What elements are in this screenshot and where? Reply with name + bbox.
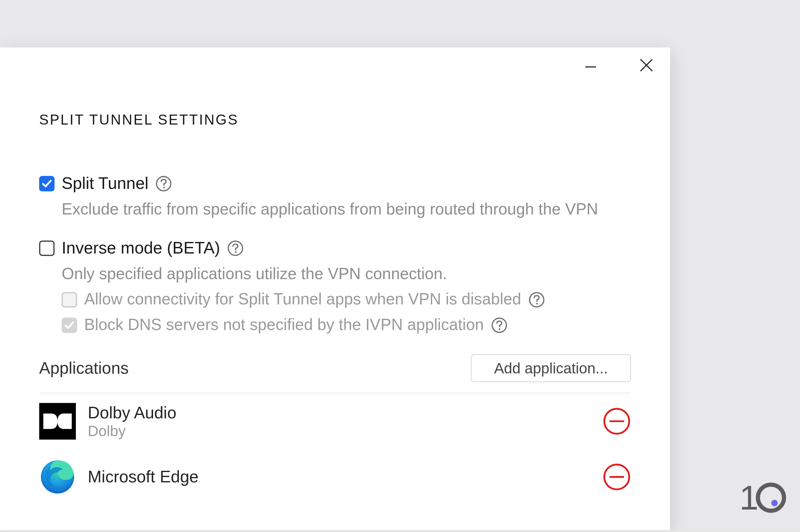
help-icon[interactable] xyxy=(528,291,545,308)
titlebar xyxy=(0,48,670,83)
svg-point-17 xyxy=(758,484,784,510)
question-icon xyxy=(156,175,172,192)
help-icon[interactable] xyxy=(156,175,172,192)
minimize-icon xyxy=(584,59,597,72)
split-tunnel-label: Split Tunnel xyxy=(61,174,148,193)
checkmark-icon xyxy=(41,178,52,189)
svg-point-18 xyxy=(771,499,778,506)
app-name: Dolby Audio xyxy=(88,403,590,422)
split-tunnel-description: Exclude traffic from specific applicatio… xyxy=(61,200,631,218)
svg-point-6 xyxy=(235,251,237,253)
settings-window: SPLIT TUNNEL SETTINGS Split Tunnel Exclu… xyxy=(0,48,670,530)
add-application-button[interactable]: Add application... xyxy=(471,354,631,382)
application-row: Dolby Audio Dolby xyxy=(39,393,631,449)
app-icon-dolby xyxy=(39,403,76,440)
inverse-mode-description: Only specified applications utilize the … xyxy=(61,265,631,283)
app-vendor: Dolby xyxy=(88,422,590,439)
question-icon xyxy=(227,240,244,256)
minimize-button[interactable] xyxy=(578,52,603,78)
remove-icon xyxy=(602,463,631,491)
app-icon-edge xyxy=(39,459,76,495)
checkmark-icon xyxy=(64,320,75,330)
svg-point-10 xyxy=(499,328,500,330)
remove-application-button[interactable] xyxy=(602,407,631,436)
split-tunnel-checkbox[interactable] xyxy=(39,176,54,191)
svg-point-4 xyxy=(163,187,165,188)
question-icon xyxy=(491,317,508,333)
setting-split-tunnel: Split Tunnel Exclude traffic from specif… xyxy=(39,174,631,218)
sub-option-allow-connectivity: Allow connectivity for Split Tunnel apps… xyxy=(61,290,631,309)
dolby-icon xyxy=(39,403,76,440)
block-dns-label: Block DNS servers not specified by the I… xyxy=(84,316,484,334)
svg-point-8 xyxy=(536,303,538,304)
watermark-logo: 1 xyxy=(739,478,787,517)
application-row: Microsoft Edge xyxy=(39,449,631,505)
block-dns-checkbox xyxy=(61,317,77,332)
edge-icon xyxy=(39,459,76,495)
close-button[interactable] xyxy=(633,52,659,78)
allow-connectivity-label: Allow connectivity for Split Tunnel apps… xyxy=(84,290,521,309)
app-name: Microsoft Edge xyxy=(88,468,590,487)
help-icon[interactable] xyxy=(227,240,244,256)
help-icon[interactable] xyxy=(491,317,508,333)
watermark-zero-icon xyxy=(755,481,787,513)
close-icon xyxy=(639,57,654,73)
remove-application-button[interactable] xyxy=(602,463,631,491)
allow-connectivity-checkbox xyxy=(61,292,77,307)
page-title: SPLIT TUNNEL SETTINGS xyxy=(39,112,631,128)
setting-inverse-mode: Inverse mode (BETA) Only specified appli… xyxy=(39,239,631,335)
inverse-mode-checkbox[interactable] xyxy=(39,241,54,256)
sub-option-block-dns: Block DNS servers not specified by the I… xyxy=(61,316,631,334)
remove-icon xyxy=(602,407,631,436)
applications-title: Applications xyxy=(39,359,129,378)
inverse-mode-label: Inverse mode (BETA) xyxy=(61,239,220,258)
question-icon xyxy=(528,291,545,308)
